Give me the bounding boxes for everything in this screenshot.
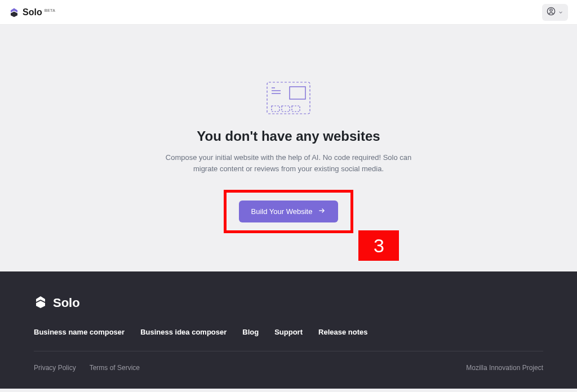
- arrow-right-icon: [318, 207, 326, 216]
- footer-bottom: Privacy Policy Terms of Service Mozilla …: [34, 351, 543, 372]
- svg-rect-8: [282, 106, 290, 112]
- user-menu-button[interactable]: [542, 4, 568, 21]
- footer-legal: Privacy Policy Terms of Service: [34, 364, 140, 372]
- footer-link-business-idea-composer[interactable]: Business idea composer: [140, 328, 227, 336]
- logo-icon: [9, 7, 19, 17]
- annotation-number-badge: 3: [358, 230, 399, 261]
- footer-nav: Business name composer Business idea com…: [34, 328, 543, 351]
- logo-text: Solo: [23, 7, 42, 17]
- footer-link-release-notes[interactable]: Release notes: [318, 328, 367, 336]
- user-icon: [547, 7, 556, 18]
- empty-state: You don't have any websites Compose your…: [0, 25, 577, 271]
- page-title: You don't have any websites: [197, 128, 380, 144]
- footer-logo-icon: [34, 295, 47, 311]
- footer-logo[interactable]: Solo: [34, 295, 543, 311]
- annotation-highlight-box: Build Your Website 3: [224, 190, 354, 233]
- svg-rect-7: [272, 106, 279, 112]
- footer-link-support[interactable]: Support: [274, 328, 303, 336]
- footer-link-business-name-composer[interactable]: Business name composer: [34, 328, 125, 336]
- app-footer: Solo Business name composer Business ide…: [0, 271, 577, 389]
- beta-badge: BETA: [45, 8, 56, 12]
- website-illustration-icon: [266, 81, 311, 115]
- build-website-button[interactable]: Build Your Website: [239, 201, 339, 222]
- svg-rect-6: [290, 87, 305, 99]
- footer-link-terms[interactable]: Terms of Service: [90, 364, 140, 372]
- footer-link-privacy[interactable]: Privacy Policy: [34, 364, 76, 372]
- footer-link-blog[interactable]: Blog: [242, 328, 259, 336]
- button-label: Build Your Website: [251, 207, 313, 216]
- footer-logo-text: Solo: [53, 296, 80, 310]
- logo[interactable]: Solo BETA: [9, 7, 55, 17]
- app-header: Solo BETA: [0, 0, 577, 25]
- svg-point-1: [550, 8, 552, 11]
- chevron-down-icon: [558, 7, 563, 17]
- svg-rect-9: [292, 106, 300, 112]
- page-subtitle: Compose your initial website with the he…: [165, 152, 412, 174]
- footer-credit: Mozilla Innovation Project: [466, 364, 543, 372]
